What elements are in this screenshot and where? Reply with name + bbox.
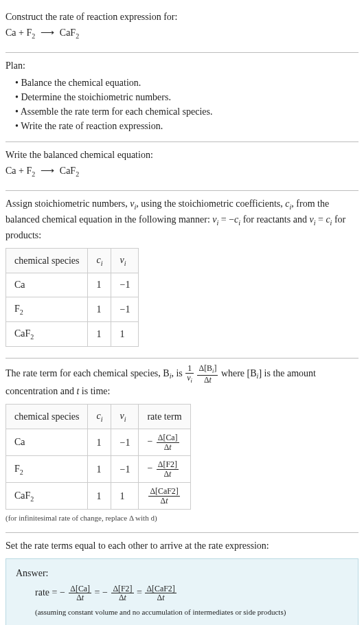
cell-vi: −1	[111, 456, 139, 483]
cell-ci: 1	[88, 429, 111, 456]
footnote: (for infinitesimal rate of change, repla…	[5, 512, 359, 524]
cell-vi: 1	[111, 322, 139, 347]
cell-species: Ca	[6, 429, 88, 456]
table-row: CaF2 1 1	[6, 322, 139, 347]
cell-species: F2	[6, 297, 88, 322]
col-ci: ci	[88, 248, 111, 273]
plan-list: Balance the chemical equation. Determine…	[5, 76, 359, 133]
table-row: CaF2 1 1 Δ[CaF2]Δt	[6, 483, 191, 510]
plan-item: Write the rate of reaction expression.	[15, 119, 359, 133]
answer-expression: rate = − Δ[Ca]Δt = − Δ[F2]Δt = Δ[CaF2]Δt	[35, 584, 348, 602]
fraction: 1 νi	[185, 364, 194, 384]
plan-item: Balance the chemical equation.	[15, 76, 359, 90]
table-header-row: chemical species ci νi rate term	[6, 405, 191, 429]
divider	[5, 190, 359, 191]
col-rate-term: rate term	[139, 405, 190, 429]
divider	[5, 141, 359, 142]
cell-species: CaF2	[6, 483, 88, 510]
cell-species: F2	[6, 456, 88, 483]
table-row: Ca 1 −1	[6, 273, 139, 297]
cell-rate-term: − Δ[F2]Δt	[139, 456, 190, 483]
intro-section: Construct the rate of reaction expressio…	[5, 5, 359, 51]
cell-ci: 1	[88, 297, 111, 322]
cell-ci: 1	[88, 273, 111, 297]
col-species: chemical species	[6, 405, 88, 429]
product-caf2: CaF2	[60, 166, 79, 176]
col-ci: ci	[88, 405, 111, 429]
cell-rate-term: − Δ[Ca]Δt	[139, 429, 190, 456]
cell-species: CaF2	[6, 322, 88, 347]
table-row: F2 1 −1	[6, 297, 139, 322]
reactant-f2: F2	[26, 27, 35, 38]
cell-vi: −1	[111, 429, 139, 456]
reactant-ca: Ca	[5, 27, 16, 38]
table-row: Ca 1 −1 − Δ[Ca]Δt	[6, 429, 191, 456]
col-vi: νi	[111, 248, 139, 273]
balanced-section: Write the balanced chemical equation: Ca…	[5, 144, 359, 189]
divider	[5, 52, 359, 53]
final-section: Set the rate terms equal to each other t…	[5, 534, 359, 625]
cell-vi: −1	[111, 297, 139, 322]
reaction-arrow-icon: ⟶	[38, 27, 58, 38]
divider	[5, 358, 359, 359]
stoich-section: Assign stoichiometric numbers, νi, using…	[5, 192, 359, 356]
cell-ci: 1	[88, 456, 111, 483]
cell-species: Ca	[6, 273, 88, 297]
answer-label: Answer:	[16, 566, 348, 580]
intro-prompt: Construct the rate of reaction expressio…	[5, 10, 359, 24]
divider	[5, 532, 359, 533]
plus: +	[16, 27, 27, 38]
reactant-f2: F2	[26, 166, 35, 176]
col-vi: νi	[111, 405, 139, 429]
cell-rate-term: Δ[CaF2]Δt	[139, 483, 190, 510]
rate-term-table: chemical species ci νi rate term Ca 1 −1…	[5, 404, 191, 510]
answer-assumption: (assuming constant volume and no accumul…	[35, 606, 348, 618]
cell-ci: 1	[88, 483, 111, 510]
rate-term-text: The rate term for each chemical species,…	[5, 364, 359, 398]
col-species: chemical species	[6, 248, 88, 273]
set-equal-text: Set the rate terms equal to each other t…	[5, 538, 359, 553]
reaction-arrow-icon: ⟶	[38, 166, 58, 176]
table-header-row: chemical species ci νi	[6, 248, 139, 273]
product-caf2: CaF2	[60, 27, 79, 38]
unbalanced-equation: Ca + F2 ⟶ CaF2	[5, 25, 359, 41]
stoich-text: Assign stoichiometric numbers, νi, using…	[5, 196, 359, 242]
balanced-heading: Write the balanced chemical equation:	[5, 148, 359, 162]
plan-section: Plan: Balance the chemical equation. Det…	[5, 54, 359, 140]
stoich-table: chemical species ci νi Ca 1 −1 F2 1 −1 C…	[5, 248, 139, 348]
cell-vi: −1	[111, 273, 139, 297]
fraction: Δ[Bi] Δt	[197, 364, 218, 384]
plan-heading: Plan:	[5, 58, 359, 73]
rate-term-section: The rate term for each chemical species,…	[5, 360, 359, 530]
balanced-equation: Ca + F2 ⟶ CaF2	[5, 163, 359, 179]
plan-item: Assemble the rate term for each chemical…	[15, 104, 359, 119]
cell-ci: 1	[88, 322, 111, 347]
plus: +	[16, 166, 27, 176]
reactant-ca: Ca	[5, 166, 16, 176]
cell-vi: 1	[111, 483, 139, 510]
table-row: F2 1 −1 − Δ[F2]Δt	[6, 456, 191, 483]
plan-item: Determine the stoichiometric numbers.	[15, 90, 359, 104]
answer-box: Answer: rate = − Δ[Ca]Δt = − Δ[F2]Δt = Δ…	[5, 558, 359, 625]
